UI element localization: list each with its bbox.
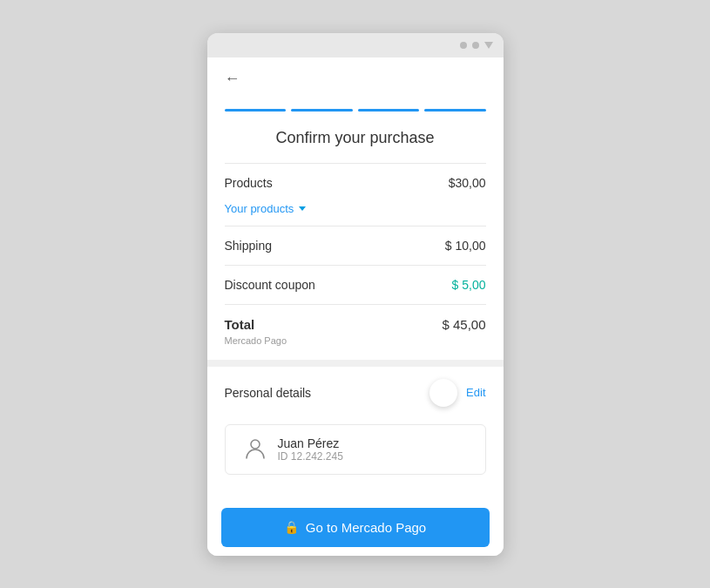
chevron-down-icon [299,206,306,211]
progress-segment-4 [424,109,486,112]
cta-button[interactable]: 🔒 Go to Mercado Pago [221,508,490,547]
status-dot-1 [460,42,467,49]
progress-bar [207,95,504,120]
total-label: Total [225,317,255,332]
progress-segment-1 [225,109,287,112]
section-gap [207,360,504,367]
user-avatar-icon [243,436,267,463]
phone-frame: ← Confirm your purchase Products $30,00 … [207,33,504,556]
personal-details-label: Personal details [225,386,312,400]
progress-segment-2 [291,109,353,112]
your-products-link[interactable]: Your products [225,202,294,215]
cta-label: Go to Mercado Pago [306,520,426,535]
main-card: Confirm your purchase Products $30,00 Yo… [207,95,504,499]
products-label: Products [225,176,273,190]
bottom-bar: 🔒 Go to Mercado Pago [207,499,504,556]
user-name: Juan Pérez [278,436,343,450]
shipping-value: $ 10,00 [445,239,486,253]
products-value: $30,00 [449,176,486,190]
edit-link[interactable]: Edit [466,386,485,399]
progress-segment-3 [358,109,420,112]
lock-icon: 🔒 [284,520,299,534]
mercado-pago-sublabel: Mercado Pago [207,335,504,360]
back-button[interactable]: ← [225,70,240,87]
products-row: Products $30,00 [207,164,504,202]
status-dot-2 [472,42,479,49]
total-value: $ 45,00 [442,317,485,332]
user-details: Juan Pérez ID 12.242.245 [278,436,343,463]
page-title: Confirm your purchase [207,120,504,163]
signal-icon [484,42,493,49]
discount-value: $ 5,00 [452,278,486,292]
your-products-row[interactable]: Your products [207,202,504,226]
svg-point-0 [251,440,260,449]
discount-row: Discount coupon $ 5,00 [207,266,504,304]
shipping-label: Shipping [225,239,273,253]
personal-header: Personal details Edit [225,379,486,407]
personal-section: Personal details Edit [207,367,504,417]
user-info-row: Juan Pérez ID 12.242.245 [225,424,486,475]
toggle-button[interactable] [429,379,457,407]
user-id: ID 12.242.245 [278,450,343,463]
shipping-row: Shipping $ 10,00 [207,226,504,265]
back-nav: ← [207,57,504,95]
content-area: ← Confirm your purchase Products $30,00 … [207,57,504,556]
status-bar [207,33,504,57]
total-row: Total $ 45,00 [207,305,504,335]
discount-label: Discount coupon [225,278,315,292]
